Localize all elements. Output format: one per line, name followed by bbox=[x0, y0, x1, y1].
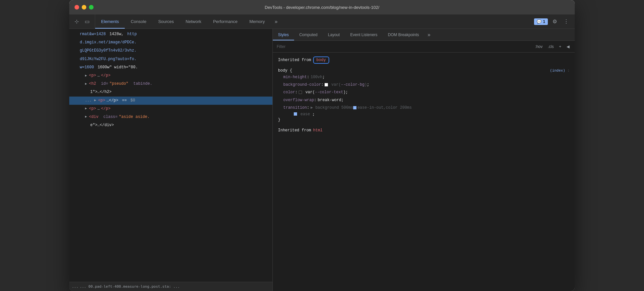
toolbar-right: 💬 1 ⚙ ⋮ bbox=[530, 14, 575, 29]
tree-node-h2-cont: 1">…</h2> bbox=[69, 88, 272, 96]
transition-checkbox[interactable] bbox=[353, 106, 356, 109]
dots-indicator: ... bbox=[85, 98, 92, 103]
filter-bar: :hov .cls + ◀ bbox=[273, 41, 575, 53]
breadcrumb-dots: ... bbox=[72, 284, 78, 289]
tree-node-p-selected[interactable]: ... ▶ <p> …</p> == $0 bbox=[69, 97, 272, 105]
subtab-event-listeners[interactable]: Event Listeners bbox=[345, 29, 383, 40]
srcset-link-2[interactable]: d.imgix.net/image/dPDCe. bbox=[80, 39, 137, 46]
css-prop-transition-2: ease ; bbox=[273, 112, 575, 117]
window-title: DevTools - developer.chrome.com/blog/new… bbox=[265, 5, 379, 10]
css-prop-bg-color: background-color : var(--color-bg) ; bbox=[273, 81, 575, 89]
filter-actions: :hov .cls + ◀ bbox=[534, 44, 571, 50]
main-toolbar: ⊹ ▭ Elements Console Sources Network Per… bbox=[69, 14, 575, 29]
tree-node-srcset-1: rmat&w=1428 1428w, http bbox=[69, 30, 272, 38]
titlebar: DevTools - developer.chrome.com/blog/new… bbox=[69, 0, 575, 14]
tab-sources[interactable]: Sources bbox=[152, 14, 180, 29]
collapse-arrow: ▶ bbox=[94, 98, 96, 103]
feedback-icon: 💬 bbox=[537, 19, 542, 24]
device-icon[interactable]: ▭ bbox=[83, 17, 91, 26]
tree-node-p1[interactable]: ▶ <p> … </p> bbox=[69, 72, 272, 80]
elements-tree: rmat&w=1428 1428w, http d.imgix.net/imag… bbox=[69, 29, 272, 282]
collapse-arrow: ▶ bbox=[85, 114, 87, 120]
rule-source: (index) : bbox=[550, 69, 569, 73]
toolbar-left-icons: ⊹ ▭ bbox=[69, 14, 95, 29]
tree-node-div[interactable]: ▶ <div class= "aside aside. bbox=[69, 113, 272, 121]
css-rule-body: body { (index) : min-height : 100vh ; bbox=[273, 66, 575, 125]
rule-selector: body { (index) : bbox=[273, 68, 575, 74]
more-options-button[interactable]: ⋮ bbox=[562, 17, 571, 26]
tab-memory[interactable]: Memory bbox=[244, 14, 271, 29]
subtabs-bar: Styles Computed Layout Event Listeners D… bbox=[273, 29, 575, 41]
tab-network[interactable]: Network bbox=[180, 14, 207, 29]
srcset-link-3[interactable]: gLQPGtEG3y0fTn4v82/3vhz. bbox=[80, 48, 137, 54]
inherited-from-html-header: Inherited from html bbox=[273, 125, 575, 135]
devtools-body: ⊹ ▭ Elements Console Sources Network Per… bbox=[69, 14, 575, 291]
inherited-body-tag[interactable]: body bbox=[313, 56, 329, 64]
srcset-link-4[interactable]: d9lJKcYw2FU.png?auto=fo. bbox=[80, 56, 137, 62]
subtab-styles[interactable]: Styles bbox=[273, 29, 294, 40]
settings-button[interactable]: ⚙ bbox=[550, 17, 559, 26]
bg-color-swatch[interactable] bbox=[325, 83, 328, 86]
breadcrumb-bar: ... ... 00.pad-left-400.measure-long.pos… bbox=[69, 282, 272, 291]
color-swatch[interactable] bbox=[299, 91, 302, 94]
more-tabs-button[interactable]: » bbox=[271, 14, 282, 29]
styles-panel: Styles Computed Layout Event Listeners D… bbox=[273, 29, 575, 291]
tree-node-srcset-5: w=1600 1600w" width="80. bbox=[69, 63, 272, 72]
feedback-badge-button[interactable]: 💬 1 bbox=[534, 18, 548, 25]
tree-node-h2[interactable]: ▶ <h2 id= "pseudo" tabinde. bbox=[69, 80, 272, 88]
panel-arrow-button[interactable]: ◀ bbox=[565, 44, 571, 50]
maximize-button[interactable] bbox=[89, 5, 94, 10]
inherited-from-body-header: Inherited from body bbox=[273, 54, 575, 66]
srcset-link-1[interactable]: rmat&w=1428 bbox=[80, 31, 106, 37]
main-content: rmat&w=1428 1428w, http d.imgix.net/imag… bbox=[69, 29, 575, 291]
css-prop-transition-1: transition : ▶ background 500ms ease-in-… bbox=[273, 104, 575, 112]
tree-node-div-cont: e">…</div> bbox=[69, 121, 272, 129]
tree-node-srcset-2: d.imgix.net/image/dPDCe. bbox=[69, 38, 272, 47]
window-controls bbox=[75, 5, 94, 10]
elements-panel: rmat&w=1428 1428w, http d.imgix.net/imag… bbox=[69, 29, 273, 291]
collapse-arrow: ▶ bbox=[85, 106, 87, 111]
transition-ease-checkbox[interactable] bbox=[294, 112, 297, 116]
css-prop-overflow-wrap: overflow-wrap : break-word ; bbox=[273, 97, 575, 104]
main-tabs: Elements Console Sources Network Perform… bbox=[95, 14, 530, 29]
breadcrumb-path: ... 00.pad-left-400.measure-long.post.st… bbox=[80, 284, 180, 289]
tab-performance[interactable]: Performance bbox=[207, 14, 243, 29]
css-prop-min-height: min-height : 100vh ; bbox=[273, 74, 575, 81]
hov-button[interactable]: :hov bbox=[534, 44, 544, 50]
css-prop-color: color : var(--color-text) ; bbox=[273, 89, 575, 96]
more-subtabs-button[interactable]: » bbox=[424, 29, 434, 40]
filter-input[interactable] bbox=[277, 44, 531, 49]
tree-node-srcset-4: d9lJKcYw2FU.png?auto=fo. bbox=[69, 55, 272, 63]
devtools-window: DevTools - developer.chrome.com/blog/new… bbox=[69, 0, 575, 291]
tab-console[interactable]: Console bbox=[125, 14, 152, 29]
close-button[interactable] bbox=[75, 5, 79, 10]
styles-content: Inherited from body body { (index) : bbox=[273, 53, 575, 291]
subtab-computed[interactable]: Computed bbox=[294, 29, 323, 40]
dom-element-ref: $0 bbox=[130, 98, 135, 104]
cursor-icon[interactable]: ⊹ bbox=[73, 17, 80, 26]
tree-node-p2[interactable]: ▶ <p> … </p> bbox=[69, 105, 272, 113]
collapse-arrow: ▶ bbox=[85, 73, 87, 78]
source-link[interactable]: (index) bbox=[550, 69, 565, 73]
srcset-link-1b[interactable]: http bbox=[127, 31, 137, 37]
subtab-layout[interactable]: Layout bbox=[323, 29, 345, 40]
cls-button[interactable]: .cls bbox=[547, 44, 555, 50]
subtab-dom-breakpoints[interactable]: DOM Breakpoints bbox=[383, 29, 424, 40]
add-style-button[interactable]: + bbox=[558, 44, 563, 50]
collapse-arrow: ▶ bbox=[85, 81, 87, 87]
closing-brace: } bbox=[273, 117, 575, 123]
minimize-button[interactable] bbox=[82, 5, 86, 10]
tree-node-srcset-3: gLQPGtEG3y0fTn4v82/3vhz. bbox=[69, 47, 272, 55]
tab-elements[interactable]: Elements bbox=[95, 14, 125, 29]
